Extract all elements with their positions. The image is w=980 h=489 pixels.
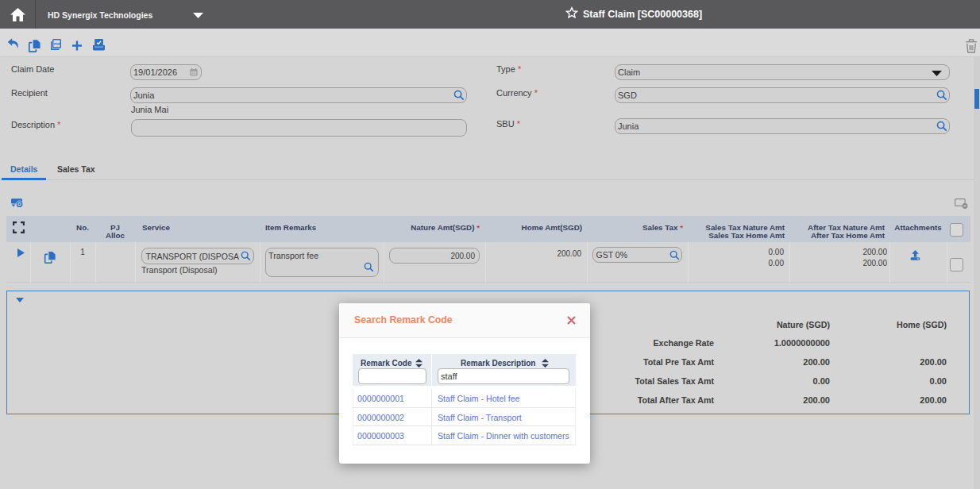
svg-text:PDF: PDF: [54, 42, 61, 46]
